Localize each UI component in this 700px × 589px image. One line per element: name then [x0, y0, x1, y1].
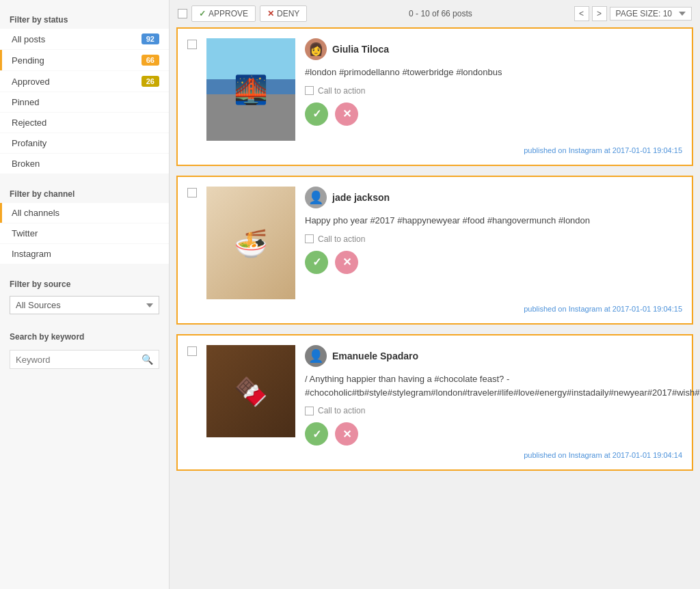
post-footer-1: published on Instagram at 2017-01-01 19:…: [187, 145, 682, 155]
source-select-value: All Sources: [16, 300, 61, 310]
keyword-search-container: 🔍: [10, 350, 159, 369]
post-author-1: 👩 Giulia Tiloca: [305, 38, 682, 60]
topbar: ✓ APPROVE ✕ DENY 0 - 10 of 66 posts < > …: [176, 0, 693, 27]
avatar-3: 👤: [305, 345, 327, 367]
post-image-3: [206, 345, 295, 437]
approve-label: APPROVE: [208, 9, 248, 18]
post-footer-2: published on Instagram at 2017-01-01 19:…: [187, 303, 682, 314]
post-approve-button-2[interactable]: ✓: [305, 251, 328, 274]
prev-page-button[interactable]: <: [574, 6, 589, 21]
post-deny-button-1[interactable]: ✕: [335, 102, 358, 126]
post-checkbox-2[interactable]: [187, 188, 197, 197]
post-card-3: 👤 Emanuele Spadaro / Anything happier th…: [176, 334, 693, 471]
post-actions-3: ✓ ✕: [305, 422, 700, 446]
sidebar-item-profanity[interactable]: Profanity: [0, 133, 169, 153]
approve-button[interactable]: ✓ APPROVE: [191, 5, 256, 22]
sidebar-item-pinned[interactable]: Pinned: [0, 92, 169, 112]
deny-button[interactable]: ✕ DENY: [260, 5, 307, 22]
post-actions-1: ✓ ✕: [305, 102, 682, 126]
select-all-checkbox[interactable]: [178, 9, 187, 18]
post-author-2: 👤 jade jackson: [305, 187, 682, 208]
page-size-label: PAGE SIZE: 10: [616, 9, 672, 18]
post-image-1: [206, 38, 295, 141]
post-checkbox-col-3: [187, 345, 197, 446]
cta-checkbox-1[interactable]: [305, 86, 314, 95]
post-content-3: 👤 Emanuele Spadaro / Anything happier th…: [305, 345, 700, 446]
sidebar-item-twitter[interactable]: Twitter: [0, 223, 169, 243]
cta-3: Call to action: [305, 406, 700, 415]
cta-1: Call to action: [305, 86, 682, 96]
search-keyword-title: Search by keyword: [0, 325, 169, 346]
sidebar-item-all-posts[interactable]: All posts 92: [0, 29, 169, 49]
post-footer-3: published on Instagram at 2017-01-01 19:…: [187, 450, 682, 460]
post-checkbox-col-1: [187, 38, 197, 141]
cta-label-3: Call to action: [318, 406, 365, 415]
avatar-1: 👩: [305, 38, 327, 60]
post-card-2: 👤 jade jackson Happy pho year #2017 #hap…: [176, 176, 693, 325]
post-card-1: 👩 Giulia Tiloca #london #primodellanno #…: [176, 27, 693, 166]
post-checkbox-col-2: [187, 187, 197, 299]
pagination-text: 0 - 10 of 66 posts: [409, 9, 472, 18]
sidebar-item-all-channels[interactable]: All channels: [0, 203, 169, 223]
avatar-2: 👤: [305, 187, 327, 208]
post-author-3: 👤 Emanuele Spadaro: [305, 345, 700, 367]
badge-approved: 26: [142, 76, 159, 87]
check-icon: ✓: [199, 9, 206, 18]
post-text-1: #london #primodellanno #towerbridge #lon…: [305, 66, 682, 79]
post-published-3: published on Instagram at 2017-01-01 19:…: [524, 451, 682, 459]
sidebar: Filter by status All posts 92 Pending 66…: [0, 0, 170, 589]
post-content-1: 👩 Giulia Tiloca #london #primodellanno #…: [305, 38, 682, 141]
cta-label-1: Call to action: [318, 86, 365, 96]
sidebar-item-broken[interactable]: Broken: [0, 154, 169, 174]
post-published-1: published on Instagram at 2017-01-01 19:…: [524, 146, 682, 154]
post-deny-button-3[interactable]: ✕: [335, 422, 358, 446]
post-approve-button-3[interactable]: ✓: [305, 422, 328, 446]
topbar-left: ✓ APPROVE ✕ DENY: [178, 5, 307, 22]
next-page-button[interactable]: >: [592, 6, 607, 21]
page-size-select[interactable]: PAGE SIZE: 10: [610, 7, 692, 20]
sidebar-item-pending[interactable]: Pending 66: [0, 50, 169, 70]
x-icon: ✕: [267, 9, 274, 18]
topbar-right: < > PAGE SIZE: 10: [574, 6, 692, 21]
sidebar-item-instagram[interactable]: Instagram: [0, 244, 169, 264]
post-checkbox-3[interactable]: [187, 346, 197, 356]
chevron-down-icon: [679, 12, 686, 16]
filter-source-title: Filter by source: [0, 273, 169, 293]
post-text-2: Happy pho year #2017 #happynewyear #food…: [305, 214, 682, 228]
badge-pending: 66: [142, 55, 159, 66]
post-checkbox-1[interactable]: [187, 40, 197, 49]
sidebar-item-approved[interactable]: Approved 26: [0, 71, 169, 92]
cta-checkbox-2[interactable]: [305, 234, 314, 243]
deny-label: DENY: [277, 9, 299, 18]
cta-2: Call to action: [305, 234, 682, 244]
keyword-search-input[interactable]: [16, 355, 142, 365]
post-deny-button-2[interactable]: ✕: [335, 251, 358, 274]
filter-status-title: Filter by status: [0, 8, 169, 29]
post-actions-2: ✓ ✕: [305, 251, 682, 274]
post-published-2: published on Instagram at 2017-01-01 19:…: [524, 305, 682, 313]
filter-channel-title: Filter by channel: [0, 182, 169, 203]
author-name-1: Giulia Tiloca: [332, 44, 389, 55]
author-name-3: Emanuele Spadaro: [332, 351, 418, 361]
cta-label-2: Call to action: [318, 234, 365, 244]
source-select[interactable]: All Sources: [10, 296, 159, 314]
post-content-2: 👤 jade jackson Happy pho year #2017 #hap…: [305, 187, 682, 299]
sidebar-item-rejected[interactable]: Rejected: [0, 113, 169, 133]
pagination-info: 0 - 10 of 66 posts: [312, 9, 568, 18]
badge-all-posts: 92: [142, 33, 159, 44]
post-image-2: [206, 187, 295, 299]
chevron-down-icon: [146, 303, 153, 307]
cta-checkbox-3[interactable]: [305, 407, 314, 415]
search-icon: 🔍: [142, 354, 153, 365]
post-text-3: / Anything happier than having a #chocol…: [305, 372, 700, 399]
post-approve-button-1[interactable]: ✓: [305, 102, 328, 126]
main-content: ✓ APPROVE ✕ DENY 0 - 10 of 66 posts < > …: [170, 0, 700, 589]
author-name-2: jade jackson: [332, 192, 390, 203]
